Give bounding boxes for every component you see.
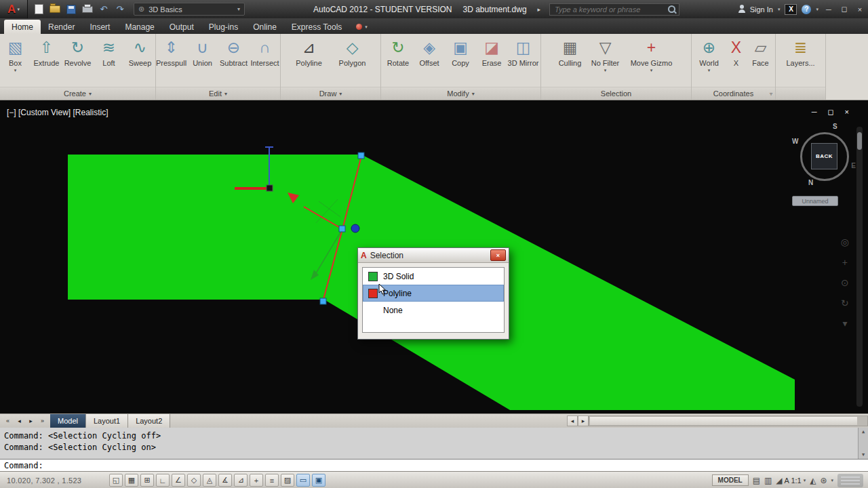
tab-output[interactable]: Output [162, 20, 201, 34]
viewport-restore-button[interactable]: ◻ [827, 108, 833, 117]
featured-apps-button[interactable]: ▾ [356, 24, 368, 34]
object-snap-toggle[interactable]: ◇ [187, 474, 201, 487]
tab-model[interactable]: Model [50, 414, 86, 428]
tab-layout2[interactable]: Layout2 [128, 414, 170, 428]
transparency-toggle[interactable]: ▨ [281, 474, 294, 487]
selection-list[interactable]: 3D Solid Polyline None [362, 267, 505, 333]
panel-label-create[interactable]: Create ▾ [0, 87, 155, 100]
scroll-left-button[interactable]: ◂ [567, 415, 578, 426]
box-flyout-arrow-icon[interactable]: ▾ [14, 68, 17, 73]
list-item-3d-solid[interactable]: 3D Solid [363, 268, 504, 285]
search-icon[interactable] [668, 5, 675, 13]
tab-plugins[interactable]: Plug-ins [201, 20, 245, 34]
sign-in-button[interactable]: Sign In [750, 5, 773, 14]
plot-button[interactable] [81, 3, 94, 16]
ortho-toggle[interactable]: ∟ [156, 474, 170, 487]
mirror-3d-button[interactable]: ◫ 3D Mirror [508, 36, 538, 86]
dialog-close-button[interactable]: × [490, 249, 506, 261]
ucs-world-button[interactable]: ⊕ World ▾ [694, 36, 724, 86]
viewport-vertical-scrollbar[interactable] [856, 127, 863, 407]
no-filter-flyout-arrow-icon[interactable]: ▾ [604, 68, 607, 73]
ucs-face-button[interactable]: ▱ Face [749, 36, 773, 86]
sweep-button[interactable]: ∿ Sweep [125, 36, 155, 86]
panel-label-coordinates[interactable]: Coordinates ▿ [692, 87, 775, 100]
tab-online[interactable]: Online [245, 20, 284, 34]
scroll-up-icon[interactable]: ▲ [862, 429, 865, 434]
search-box[interactable] [549, 3, 679, 16]
tab-render[interactable]: Render [41, 20, 82, 34]
panel-label-selection[interactable]: Selection [541, 87, 691, 100]
orbit-icon[interactable]: ↻ [841, 298, 849, 308]
viewcube[interactable]: S W N E BACK [791, 123, 856, 190]
command-history[interactable]: Command: <Selection Cycling off> Command… [0, 427, 868, 459]
save-button[interactable] [64, 3, 78, 16]
new-button[interactable] [32, 3, 45, 16]
move-gizmo-flyout-arrow-icon[interactable]: ▾ [650, 68, 653, 73]
scrollbar-thumb[interactable] [590, 417, 857, 425]
scroll-down-icon[interactable]: ▼ [862, 452, 865, 458]
union-button[interactable]: ∪ Union [188, 36, 218, 86]
grip-bottom[interactable] [320, 298, 326, 304]
sign-in-arrow-icon[interactable]: ▾ [778, 7, 781, 12]
ucs-x-button[interactable]: X X [726, 36, 747, 86]
object-snap-tracking-toggle[interactable]: ∡ [218, 474, 232, 487]
zoom-icon[interactable]: ⊙ [841, 277, 849, 288]
box-button[interactable]: ▧ Box ▾ [1, 36, 31, 86]
polyline-button[interactable]: ⊿ Polyline [288, 36, 330, 86]
last-layout-button[interactable]: » [37, 416, 47, 426]
grip-mid[interactable] [339, 226, 345, 232]
viewport-controls-label[interactable]: [−] [Custom View] [Realistic] [7, 108, 108, 117]
no-filter-button[interactable]: ▽ No Filter ▾ [587, 36, 625, 86]
open-button[interactable] [48, 3, 62, 16]
prev-layout-button[interactable]: ◂ [14, 416, 24, 426]
viewcube-east-label[interactable]: E [851, 162, 856, 169]
presspull-button[interactable]: ⇕ Presspull [157, 36, 186, 86]
workspace-dropdown[interactable]: ⊛ 3D Basics ▾ [134, 3, 245, 16]
search-input[interactable] [553, 5, 665, 14]
scrollbar-track[interactable] [589, 415, 868, 426]
tab-home[interactable]: Home [4, 20, 41, 34]
grid-toggle[interactable]: ⊞ [140, 474, 154, 487]
next-layout-button[interactable]: ▸ [26, 416, 36, 426]
statusbar-more-arrow-icon[interactable]: ▾ [831, 478, 833, 483]
navigation-wheel-icon[interactable]: ◎ [841, 237, 849, 247]
undo-button[interactable]: ↶ [97, 3, 111, 16]
quick-view-drawings-icon[interactable]: ▥ [764, 476, 772, 485]
world-flyout-arrow-icon[interactable]: ▾ [708, 68, 711, 73]
layers-button[interactable]: ≣ Layers... [779, 36, 823, 86]
command-scrollbar[interactable]: ▲ ▼ [858, 428, 868, 459]
close-button[interactable]: × [854, 5, 865, 14]
snap-toggle[interactable]: ▦ [125, 474, 138, 487]
app-menu-button[interactable]: A ▾ [0, 0, 28, 18]
selection-cycling-toggle[interactable]: ▣ [312, 474, 326, 487]
first-layout-button[interactable]: « [3, 416, 13, 426]
panel-label-draw[interactable]: Draw ▾ [281, 87, 380, 100]
annotation-scale-button[interactable]: ◢ A 1:1 ▾ [776, 476, 806, 485]
horizontal-scrollbar[interactable]: ◂ ▸ [567, 414, 868, 428]
exchange-apps-button[interactable]: X [785, 4, 797, 15]
panel-expand-arrow-icon[interactable]: ▿ [770, 91, 772, 97]
pan-icon[interactable]: + [842, 257, 848, 268]
navbar-more-arrow-icon[interactable]: ▾ [842, 318, 847, 329]
viewcube-west-label[interactable]: W [792, 138, 798, 145]
list-item-none[interactable]: None [363, 302, 504, 319]
rotate-button[interactable]: ↻ Rotate [383, 36, 413, 86]
viewcube-back-face[interactable]: BACK [811, 143, 837, 169]
offset-button[interactable]: ◈ Offset [414, 36, 444, 86]
intersect-button[interactable]: ∩ Intersect [250, 36, 280, 86]
selection-dialog-titlebar[interactable]: A Selection × [358, 248, 509, 263]
infer-constraints-toggle[interactable]: ◱ [109, 474, 123, 487]
panel-label-modify[interactable]: Modify ▾ [381, 87, 540, 100]
viewcube-south-label[interactable]: S [833, 123, 837, 130]
ucs-name-badge[interactable]: Unnamed [792, 196, 838, 206]
move-gizmo-button[interactable]: + Move Gizmo ▾ [626, 36, 677, 86]
restore-button[interactable]: ◻ [839, 5, 850, 14]
coordinate-readout[interactable]: 10.020, 7.302 , 1.523 [3, 476, 107, 485]
quick-view-layouts-icon[interactable]: ▤ [753, 476, 760, 485]
quick-properties-toggle[interactable]: ▭ [296, 474, 310, 487]
tab-insert[interactable]: Insert [82, 20, 117, 34]
extrude-button[interactable]: ⇧ Extrude [32, 36, 62, 86]
help-button[interactable]: ? [802, 5, 811, 14]
grip-top[interactable] [358, 152, 364, 159]
dynamic-input-toggle[interactable]: + [250, 474, 263, 487]
